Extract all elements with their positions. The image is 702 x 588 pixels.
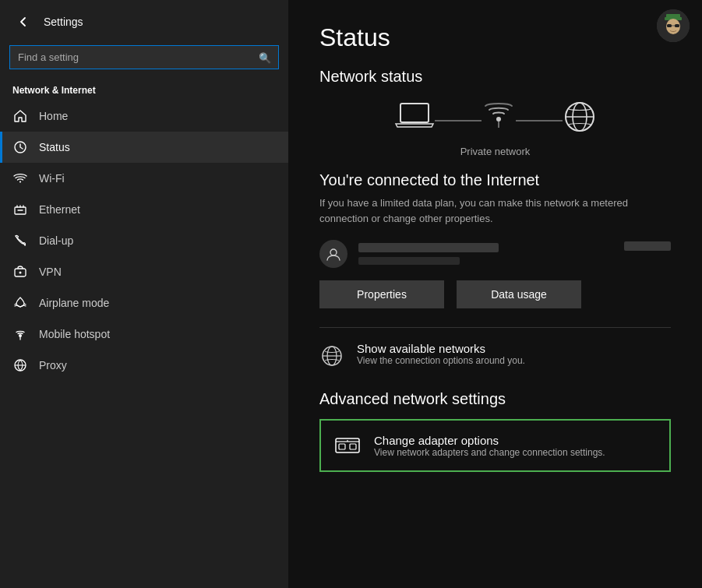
net-line-2: [516, 120, 563, 121]
sidebar-item-vpn[interactable]: VPN: [0, 256, 288, 287]
airplane-icon: [12, 295, 28, 311]
network-info-icon: [319, 240, 347, 268]
settings-title: Settings: [44, 16, 83, 28]
status-icon: [12, 139, 28, 155]
search-input[interactable]: [9, 45, 279, 69]
globe-icon: [563, 100, 597, 141]
sidebar-item-airplane[interactable]: Airplane mode: [0, 287, 288, 319]
section-label: Network & Internet: [0, 77, 288, 100]
home-icon: [12, 108, 28, 124]
change-adapter-box[interactable]: Change adapter options View network adap…: [319, 419, 671, 472]
sidebar-item-wifi[interactable]: Wi-Fi: [0, 163, 288, 194]
svg-rect-24: [339, 444, 345, 449]
connected-desc: If you have a limited data plan, you can…: [319, 195, 671, 226]
svg-point-2: [19, 272, 22, 274]
sidebar: Settings 🔍 Network & Internet Home Statu…: [0, 0, 288, 588]
net-line-1: [435, 120, 482, 121]
svg-rect-7: [666, 14, 680, 19]
change-adapter-icon: [333, 431, 362, 459]
hotspot-icon: [12, 326, 28, 342]
search-box[interactable]: 🔍: [9, 45, 279, 69]
sidebar-item-vpn-label: VPN: [39, 266, 62, 278]
sidebar-item-status[interactable]: Status: [0, 132, 288, 163]
change-adapter-text: Change adapter options View network adap…: [374, 434, 605, 458]
network-status-title: Network status: [319, 68, 671, 86]
divider: [319, 327, 671, 328]
private-network-label: Private network: [319, 146, 671, 157]
back-button[interactable]: [12, 11, 34, 33]
show-networks-text: Show available networks View the connect…: [357, 342, 525, 366]
sidebar-header: Settings: [0, 0, 288, 40]
avatar-image: [657, 9, 690, 42]
router-icon: [482, 100, 516, 140]
properties-button[interactable]: Properties: [319, 280, 444, 308]
page-title: Status: [319, 23, 671, 52]
change-adapter-desc: View network adapters and change connect…: [374, 447, 605, 458]
advanced-section-title: Advanced network settings: [319, 390, 671, 408]
network-info-row: [319, 240, 671, 268]
network-name-blurred: [358, 243, 499, 252]
laptop-icon: [394, 100, 435, 140]
svg-point-13: [496, 117, 501, 121]
sidebar-item-proxy-label: Proxy: [39, 359, 67, 371]
network-diagram: [319, 100, 671, 141]
sidebar-item-hotspot[interactable]: Mobile hotspot: [0, 319, 288, 350]
network-data-blurred: [624, 241, 671, 251]
dialup-icon: [12, 233, 28, 248]
sidebar-item-dialup-label: Dial-up: [39, 234, 73, 247]
sidebar-item-status-label: Status: [39, 141, 70, 153]
svg-rect-25: [350, 444, 356, 449]
sidebar-item-hotspot-label: Mobile hotspot: [39, 328, 110, 340]
network-info-details: [358, 243, 613, 265]
svg-rect-9: [667, 24, 672, 27]
sidebar-item-proxy[interactable]: Proxy: [0, 350, 288, 381]
sidebar-item-airplane-label: Airplane mode: [39, 297, 109, 309]
connected-title: You're connected to the Internet: [319, 171, 671, 189]
sidebar-item-home[interactable]: Home: [0, 100, 288, 132]
show-networks-desc: View the connection options around you.: [357, 355, 525, 366]
sidebar-item-dialup[interactable]: Dial-up: [0, 225, 288, 256]
svg-rect-12: [400, 104, 429, 122]
avatar: [657, 9, 690, 42]
svg-rect-10: [675, 24, 679, 27]
search-icon: 🔍: [259, 51, 271, 63]
sidebar-item-home-label: Home: [39, 110, 68, 122]
wifi-icon: [12, 171, 28, 186]
ethernet-icon: [12, 202, 28, 217]
main-content: Status Network status: [288, 0, 702, 588]
data-usage-button[interactable]: Data usage: [457, 280, 581, 308]
show-networks-title: Show available networks: [357, 342, 525, 355]
action-buttons: Properties Data usage: [319, 280, 671, 308]
proxy-icon: [12, 357, 28, 373]
show-networks-icon: [319, 343, 344, 368]
show-networks-row[interactable]: Show available networks View the connect…: [319, 342, 671, 368]
sidebar-item-wifi-label: Wi-Fi: [39, 172, 65, 185]
network-sub-blurred: [358, 257, 460, 265]
sidebar-item-ethernet[interactable]: Ethernet: [0, 194, 288, 225]
sidebar-item-ethernet-label: Ethernet: [39, 203, 80, 216]
svg-point-18: [330, 249, 337, 255]
change-adapter-title: Change adapter options: [374, 434, 605, 447]
vpn-icon: [12, 264, 28, 280]
